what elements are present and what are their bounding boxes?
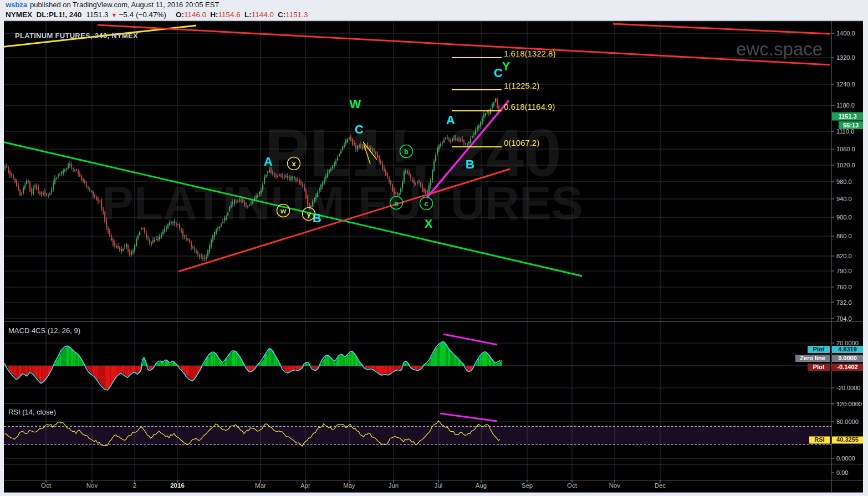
time-axis-label[interactable]: Oct: [567, 482, 578, 489]
candle-body: [197, 252, 198, 254]
chart-canvas[interactable]: PL1!, 240PLATINUM FUTURESewc.space1.618(…: [0, 0, 868, 496]
macd-bar: [194, 366, 195, 379]
elliott-wave-label[interactable]: A: [264, 155, 273, 168]
elliott-wave-circled-label[interactable]: b: [404, 147, 409, 156]
time-axis-label[interactable]: 2016: [170, 482, 185, 489]
macd-bar: [445, 342, 446, 366]
macd-bar: [420, 366, 421, 369]
macd-bar: [392, 366, 394, 371]
elliott-wave-circled-label[interactable]: c: [424, 200, 428, 208]
macd-bar: [172, 362, 173, 366]
candle-body: [226, 217, 227, 220]
time-axis-label[interactable]: Jul: [435, 482, 443, 489]
macd-bar: [133, 366, 134, 372]
elliott-wave-label[interactable]: X: [425, 217, 433, 231]
candle-body: [257, 195, 258, 197]
macd-pane-title[interactable]: MACD 4CS (12, 26, 9): [8, 326, 80, 335]
time-axis-label[interactable]: May: [343, 482, 355, 489]
price-axis-label: 1180.0: [836, 102, 855, 109]
macd-bar: [415, 366, 416, 369]
candle-body: [242, 200, 243, 201]
macd-bar: [350, 352, 351, 366]
candle-body: [214, 232, 215, 237]
candle-body: [256, 196, 257, 199]
elliott-wave-label[interactable]: C: [494, 66, 503, 80]
macd-bar: [453, 355, 455, 366]
time-axis-label[interactable]: Oct: [41, 482, 52, 489]
macd-bar: [390, 366, 391, 373]
time-axis-label[interactable]: Apr: [300, 482, 310, 489]
elliott-wave-label[interactable]: B: [466, 157, 474, 171]
candle-body: [94, 195, 95, 197]
elliott-wave-label[interactable]: A: [446, 113, 455, 127]
time-axis-label[interactable]: Sep: [522, 482, 533, 489]
macd-bar: [74, 352, 75, 366]
candle-body: [462, 139, 463, 141]
candle-body: [28, 180, 29, 182]
macd-bar: [247, 366, 248, 370]
elliott-wave-label[interactable]: W: [350, 97, 361, 111]
candle-body: [402, 182, 403, 188]
elliott-wave-circled-label[interactable]: w: [280, 207, 287, 215]
candle-body: [404, 172, 405, 182]
macd-bar: [458, 359, 459, 366]
time-axis-label[interactable]: 2: [133, 482, 136, 489]
macd-bar: [187, 366, 188, 376]
candle-body: [247, 206, 248, 206]
candle-body: [432, 171, 433, 181]
candle-body: [184, 236, 185, 237]
candle-body: [142, 228, 144, 229]
time-axis-label[interactable]: Mar: [255, 482, 266, 489]
candle-body: [74, 170, 75, 171]
macd-bar: [320, 364, 321, 366]
macd-bar: [12, 366, 13, 374]
time-axis-label[interactable]: Nov: [609, 482, 621, 489]
candle-body: [422, 185, 423, 190]
macd-bar: [467, 366, 468, 370]
macd-bar: [431, 357, 432, 366]
elliott-wave-label[interactable]: C: [355, 122, 364, 136]
candle-body: [137, 236, 139, 239]
candle-body: [23, 188, 24, 193]
macd-bar: [30, 366, 31, 372]
candle-body: [442, 142, 443, 143]
macd-bar: [325, 357, 326, 366]
candle-body: [113, 239, 114, 244]
macd-bar: [270, 349, 272, 366]
candle-body: [31, 189, 32, 193]
macd-bar: [113, 366, 114, 381]
candle-body: [349, 138, 350, 139]
candle-body: [387, 173, 388, 176]
elliott-wave-label[interactable]: Y: [502, 59, 510, 73]
macd-bar: [114, 366, 115, 380]
time-axis-label[interactable]: Nov: [86, 482, 98, 489]
macd-bar: [427, 364, 428, 366]
candle-body: [350, 136, 351, 141]
candle-body: [344, 145, 345, 147]
macd-bar: [109, 366, 110, 388]
elliott-wave-circled-label[interactable]: x: [292, 160, 296, 168]
candle-body: [289, 178, 290, 179]
macd-bar: [13, 366, 14, 375]
candle-body: [493, 103, 494, 105]
elliott-wave-circled-label[interactable]: y: [307, 210, 311, 218]
candle-body: [488, 112, 489, 114]
candle-body: [304, 186, 305, 190]
fib-level-label: 1.618(1322.8): [504, 49, 555, 58]
candle-body: [206, 257, 207, 259]
time-axis-label[interactable]: Jun: [389, 482, 399, 489]
candle-body: [139, 232, 140, 235]
candle-body: [355, 145, 356, 149]
time-axis-label[interactable]: Dec: [655, 482, 666, 489]
candle-body: [68, 164, 69, 168]
rsi-pane-title[interactable]: RSI (14, close): [8, 408, 56, 416]
candle-body: [335, 161, 336, 164]
macd-bar: [287, 366, 288, 372]
macd-bar: [375, 366, 376, 371]
macd-bar: [72, 350, 73, 366]
candle-body: [374, 149, 375, 150]
candle-body: [380, 161, 381, 163]
time-axis-label[interactable]: Aug: [476, 482, 487, 489]
elliott-wave-circled-label[interactable]: a: [394, 199, 399, 207]
macd-bar: [211, 353, 212, 366]
